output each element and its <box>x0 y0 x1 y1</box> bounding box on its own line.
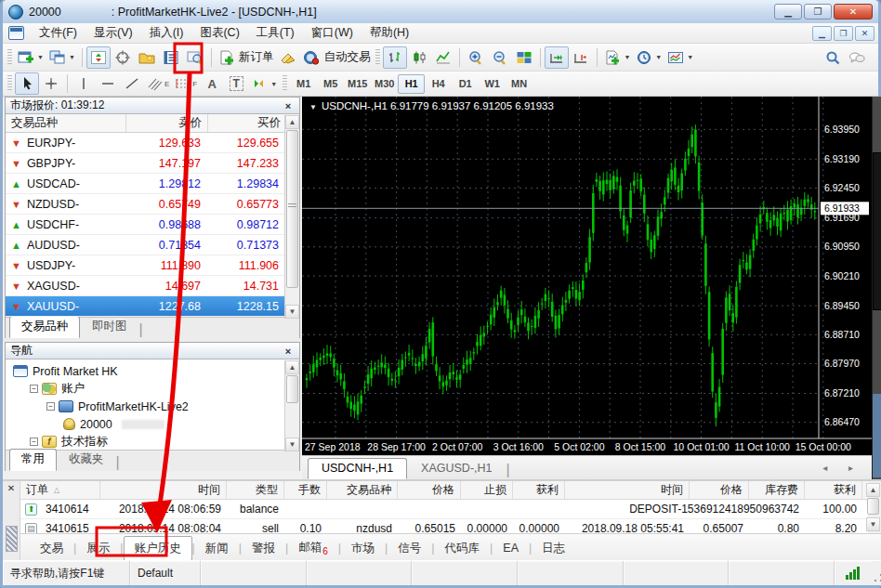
menu-item-C[interactable]: 图表(C) <box>191 22 247 44</box>
dropdown-arrow-icon[interactable]: ▼ <box>624 54 630 60</box>
timeframe-button-H1[interactable]: H1 <box>398 74 425 94</box>
navigator-item-platform[interactable]: Profit Market HK <box>6 362 299 380</box>
dropdown-arrow-icon[interactable]: ▼ <box>270 81 277 87</box>
column-ask[interactable]: 买价 <box>208 114 286 132</box>
data-window-button[interactable] <box>111 46 135 69</box>
mdi-minimize-button[interactable]: ▁ <box>812 26 832 41</box>
fibonacci-tool-button[interactable]: F <box>172 72 200 95</box>
terminal-column-0[interactable]: 订单 △ <box>20 481 100 499</box>
scroll-up-icon[interactable]: ▲ <box>285 360 299 374</box>
menu-item-I[interactable]: 插入(I) <box>141 22 192 44</box>
menu-item-H[interactable]: 帮助(H) <box>362 22 417 44</box>
column-symbol[interactable]: 交易品种 <box>6 114 126 132</box>
market-watch-row[interactable]: ▲AUDUSD-0.713540.71373 <box>6 235 299 255</box>
terminal-column-9[interactable]: 价格 <box>690 481 749 499</box>
navigator-tab-0[interactable]: 常用 <box>9 449 57 471</box>
terminal-column-4[interactable]: 交易品种 <box>327 481 398 499</box>
scroll-down-icon[interactable]: ▼ <box>285 438 299 451</box>
history-row[interactable]: ▤34106152018.09.14 08:08:04sell0.10nzdus… <box>20 519 868 533</box>
market-watch-row[interactable]: ▼EURJPY-129.633129.655 <box>6 133 299 153</box>
timeframe-button-M1[interactable]: M1 <box>290 74 317 94</box>
tile-windows-button[interactable] <box>512 46 536 69</box>
terminal-tab-交易[interactable]: 交易 <box>30 537 73 560</box>
scroll-down-icon[interactable]: ▼ <box>866 517 880 531</box>
market-watch-row[interactable]: ▲USDCHF-0.986880.98712 <box>6 215 299 235</box>
terminal-column-7[interactable]: 获利 <box>513 481 565 499</box>
navigator-item-server[interactable]: −ProfitMarketHK-Live2 <box>6 398 299 415</box>
mdi-close-button[interactable]: ✕ <box>855 26 874 41</box>
timeframe-button-M30[interactable]: M30 <box>371 74 398 94</box>
timeframe-button-MN[interactable]: MN <box>506 74 533 94</box>
minimize-button[interactable]: ▁ <box>774 4 802 20</box>
chevron-down-icon[interactable]: ▼ <box>309 103 317 111</box>
zoom-out-button[interactable] <box>488 46 512 69</box>
navigator-item-account[interactable]: 20000 <box>6 415 299 433</box>
market-watch-scrollbar[interactable]: ▲ ▼ <box>284 115 299 319</box>
strategy-tester-button[interactable] <box>183 46 207 69</box>
scroll-up-icon[interactable]: ▲ <box>285 115 299 129</box>
menu-item-W[interactable]: 窗口(W) <box>303 22 362 44</box>
chart-tab-0[interactable]: USDCNH-,H1 <box>308 458 407 479</box>
terminal-tab-警报[interactable]: 警报 <box>242 537 285 560</box>
terminal-tab-代码库[interactable]: 代码库 <box>435 537 491 560</box>
terminal-tab-邮箱[interactable]: 邮箱6 <box>288 536 338 560</box>
navigator-item-findicator[interactable]: −f技术指标 <box>6 433 299 451</box>
navigator-item-accounts[interactable]: −账户 <box>6 380 299 398</box>
cursor-tool-button[interactable] <box>15 72 39 95</box>
terminal-column-8[interactable]: 时间 <box>565 481 690 499</box>
dropdown-arrow-icon[interactable]: ▼ <box>37 54 44 60</box>
dropdown-arrow-icon[interactable]: ▼ <box>655 54 662 60</box>
terminal-grip-icon[interactable] <box>6 526 18 552</box>
text-tool-button[interactable]: A <box>200 72 224 95</box>
terminal-column-1[interactable]: 时间 <box>100 481 227 499</box>
dropdown-arrow-icon[interactable]: ▼ <box>687 54 693 60</box>
search-button[interactable] <box>821 46 845 69</box>
terminal-column-2[interactable]: 类型 <box>227 481 284 499</box>
market-watch-tab-1[interactable]: 即时图 <box>80 316 139 338</box>
terminal-column-11[interactable]: 获利 <box>805 481 862 499</box>
close-icon[interactable]: × <box>282 346 295 357</box>
market-watch-row[interactable]: ▼GBPJPY-147.197147.233 <box>6 153 299 174</box>
tree-expander-icon[interactable]: − <box>30 385 38 393</box>
new-order-button[interactable]: 新订单 <box>216 46 277 69</box>
tree-expander-icon[interactable]: − <box>46 402 55 411</box>
terminal-column-3[interactable]: 手数 <box>284 481 327 499</box>
crosshair-tool-button[interactable] <box>39 72 63 95</box>
status-profile[interactable]: Default <box>130 561 201 585</box>
close-icon[interactable]: ✕ <box>3 481 20 493</box>
terminal-tab-信号[interactable]: 信号 <box>388 537 431 560</box>
market-watch-toggle-button[interactable] <box>86 46 111 69</box>
chart-shift-button[interactable] <box>569 46 593 69</box>
vertical-line-tool-button[interactable] <box>72 72 96 95</box>
text-label-tool-button[interactable]: T <box>224 72 248 95</box>
mdi-restore-button[interactable]: ❐ <box>834 26 853 41</box>
market-watch-row[interactable]: ▼XAGUSD-14.69714.731 <box>6 276 299 296</box>
new-chart-button[interactable]: ▼ <box>15 46 46 69</box>
navigator-toggle-button[interactable] <box>135 46 159 69</box>
terminal-toggle-button[interactable] <box>159 46 183 69</box>
market-watch-tab-0[interactable]: 交易品种 <box>9 316 80 338</box>
column-bid[interactable]: 卖价 <box>126 114 208 132</box>
timeframe-button-M15[interactable]: M15 <box>344 74 371 94</box>
history-row[interactable]: ⬆34106142018.09.14 08:06:59balanceDEPOSI… <box>20 500 868 519</box>
arrows-tool-button[interactable]: ▼ <box>248 72 280 95</box>
horizontal-line-tool-button[interactable] <box>96 72 120 95</box>
navigator-tab-1[interactable]: 收藏夹 <box>57 449 116 471</box>
line-chart-button[interactable] <box>431 46 455 69</box>
chart-tab-scroll-arrows[interactable]: ◂ ▸ <box>822 463 862 473</box>
terminal-tab-EA[interactable]: EA <box>493 538 529 558</box>
terminal-scrollbar[interactable]: ▲ ▼ <box>866 483 880 531</box>
candlestick-button[interactable] <box>407 46 431 69</box>
timeframe-button-M5[interactable]: M5 <box>317 74 344 94</box>
market-watch-row[interactable]: ▼USDJPY-111.890111.906 <box>6 255 299 276</box>
metaeditor-button[interactable] <box>276 46 300 69</box>
menu-item-T[interactable]: 工具(T) <box>248 22 303 44</box>
chart-tab-1[interactable]: XAGUSD-,H1 <box>407 458 506 479</box>
close-button[interactable]: ✕ <box>834 4 873 20</box>
market-watch-row[interactable]: ▲USDCAD-1.298121.29834 <box>6 174 299 194</box>
scroll-down-icon[interactable]: ▼ <box>285 305 299 319</box>
terminal-tab-展示[interactable]: 展示 <box>76 537 120 560</box>
close-icon[interactable]: × <box>282 100 295 111</box>
terminal-column-5[interactable]: 价格 <box>398 481 461 499</box>
scroll-up-icon[interactable]: ▲ <box>866 483 880 497</box>
